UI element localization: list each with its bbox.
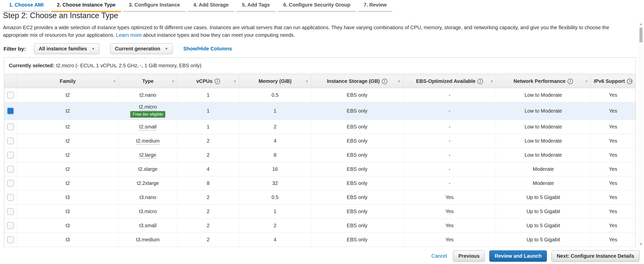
table-row[interactable]: t3 t3.medium 2 4 EBS only Yes Up to 5 Gi…	[4, 233, 635, 247]
column-header[interactable]: Family i ▼	[17, 75, 118, 88]
table-row[interactable]: t2 t2.large 2 8 EBS only - Low to Modera…	[4, 148, 635, 162]
type-link[interactable]: t2.xlarge	[138, 166, 157, 172]
row-checkbox[interactable]	[7, 108, 14, 114]
currently-selected-value: t2.micro (- ECUs, 1 vCPUs, 2.5 GHz, -, 1…	[56, 63, 202, 69]
table-row[interactable]: t3 t3.micro 2 1 EBS only Yes Up to 5 Gig…	[4, 204, 635, 218]
scrollbar-thumb[interactable]	[639, 28, 642, 42]
row-checkbox[interactable]	[7, 180, 14, 187]
sort-caret-icon: ▼	[172, 80, 175, 83]
info-icon[interactable]: i	[382, 79, 387, 84]
checkbox-cell	[4, 102, 17, 120]
info-icon[interactable]: i	[477, 79, 483, 84]
cell-ipv6-support: Yes	[591, 190, 635, 204]
row-checkbox[interactable]	[7, 92, 14, 98]
cell-vcpus: 2	[177, 134, 239, 148]
cell-instance-storage: EBS only	[311, 218, 403, 233]
wizard-tab-1[interactable]: 1. Choose AMI	[4, 0, 49, 12]
wizard-tab-4: 4. Add Storage	[188, 0, 234, 12]
cell-network-performance: Low to Moderate	[496, 102, 590, 120]
cell-family: t2	[17, 102, 118, 120]
column-header[interactable]: IPv6 Support i ▼	[591, 75, 635, 88]
instance-family-dropdown[interactable]: All instance families ▼	[34, 43, 100, 54]
table-row[interactable]: t3 t3.small 2 2 EBS only Yes Up to 5 Gig…	[4, 218, 635, 233]
checkbox-cell	[4, 204, 17, 218]
row-checkbox[interactable]	[7, 123, 14, 130]
instance-family-dropdown-value: All instance families	[39, 46, 87, 52]
cell-type: t3.micro	[118, 204, 177, 218]
table-row[interactable]: t2 t2.xlarge 4 16 EBS only - Moderate Ye…	[4, 162, 635, 176]
type-link[interactable]: t3.medium	[136, 237, 159, 242]
cell-vcpus: 2	[177, 190, 239, 204]
info-icon[interactable]: i	[568, 79, 573, 84]
type-link[interactable]: t2.medium	[136, 138, 159, 145]
cell-instance-storage: EBS only	[311, 190, 403, 204]
next-configure-instance-details-button[interactable]: Next: Configure Instance Details	[551, 250, 639, 262]
cell-memory: 2	[239, 218, 311, 233]
show-hide-columns-link[interactable]: Show/Hide Columns	[183, 46, 232, 52]
table-row[interactable]: t2 t2.small 1 2 EBS only - Low to Modera…	[4, 120, 635, 134]
cancel-link[interactable]: Cancel	[431, 253, 447, 259]
column-header[interactable]: Instance Storage (GB) i ▼	[311, 75, 403, 88]
type-link[interactable]: t3.micro	[139, 209, 157, 214]
cell-family: t3	[17, 218, 118, 233]
cell-vcpus: 1	[177, 88, 239, 102]
checkbox-cell	[4, 134, 17, 148]
cell-ebs-optimized: Yes	[403, 218, 496, 233]
row-checkbox[interactable]	[7, 194, 14, 201]
type-link[interactable]: t2.small	[139, 124, 156, 130]
cell-vcpus: 8	[177, 176, 239, 190]
type-link[interactable]: t2.nano	[139, 92, 156, 98]
checkbox-cell	[4, 148, 17, 162]
checkbox-cell	[4, 233, 17, 247]
cell-type: t2.medium	[118, 134, 177, 148]
filter-by-label: Filter by:	[4, 46, 26, 52]
column-header[interactable]: EBS-Optimized Available i ▼	[403, 75, 496, 88]
table-row[interactable]: t2 t2.nano 1 0.5 EBS only - Low to Moder…	[4, 88, 635, 102]
wizard-tab-2[interactable]: 2. Choose Instance Type	[51, 0, 121, 12]
cell-type: t3.nano	[118, 190, 177, 204]
scrollbar-down-arrow-icon[interactable]: ▼	[638, 242, 643, 246]
learn-more-link[interactable]: Learn more	[116, 32, 142, 38]
sort-caret-icon: ▼	[585, 80, 588, 83]
previous-button[interactable]: Previous	[453, 250, 485, 262]
table-header-row: Family i ▼ Type i ▼ vCPUs i ▼ Memory (Gi…	[4, 75, 635, 88]
row-checkbox[interactable]	[7, 222, 14, 229]
row-checkbox[interactable]	[7, 152, 14, 158]
instance-type-table: Family i ▼ Type i ▼ vCPUs i ▼ Memory (Gi…	[4, 75, 636, 248]
row-checkbox[interactable]	[7, 138, 14, 144]
type-link[interactable]: t3.nano	[139, 194, 156, 200]
currently-selected-label: Currently selected:	[9, 63, 54, 69]
type-link[interactable]: t2.large	[139, 152, 156, 159]
row-checkbox[interactable]	[7, 208, 14, 215]
cell-ipv6-support: Yes	[591, 134, 635, 148]
cell-family: t3	[17, 233, 118, 247]
table-row[interactable]: t2 t2.medium 2 4 EBS only - Low to Moder…	[4, 134, 635, 148]
row-checkbox[interactable]	[7, 236, 14, 243]
column-label: EBS-Optimized Available	[416, 78, 475, 84]
column-header[interactable]: Type i ▼	[118, 75, 177, 88]
type-link[interactable]: t2.2xlarge	[137, 180, 159, 186]
table-row[interactable]: t2 t2.2xlarge 8 32 EBS only - Moderate Y…	[4, 176, 635, 190]
cell-family: t2	[17, 148, 118, 162]
table-row[interactable]: t2 t2.micro Free tier eligible 1 1 EBS o…	[4, 102, 635, 120]
column-header[interactable]: vCPUs i ▼	[177, 75, 239, 88]
generation-dropdown[interactable]: Current generation ▼	[110, 43, 173, 54]
sort-caret-icon: ▼	[490, 80, 493, 83]
cell-memory: 4	[239, 134, 311, 148]
scrollbar-up-arrow-icon[interactable]: ▲	[638, 22, 643, 26]
page-scrollbar[interactable]: ▲ ▼	[638, 22, 643, 246]
column-header[interactable]: Memory (GiB) i ▼	[239, 75, 311, 88]
wizard-tab-7: 7. Review	[358, 0, 392, 12]
description-text-2: about instance types and how they can me…	[143, 32, 295, 38]
row-checkbox[interactable]	[7, 166, 14, 173]
cell-ipv6-support: Yes	[591, 233, 635, 247]
type-link[interactable]: t3.small	[139, 223, 156, 228]
checkbox-cell	[4, 176, 17, 190]
column-label: vCPUs	[196, 78, 212, 84]
checkbox-cell	[4, 218, 17, 233]
filter-bar: Filter by: All instance families ▼ Curre…	[4, 43, 232, 54]
review-and-launch-button[interactable]: Review and Launch	[489, 250, 547, 262]
table-row[interactable]: t3 t3.nano 2 0.5 EBS only Yes Up to 5 Gi…	[4, 190, 635, 204]
info-icon[interactable]: i	[215, 79, 220, 84]
column-header[interactable]: Network Performance i ▼	[496, 75, 590, 88]
